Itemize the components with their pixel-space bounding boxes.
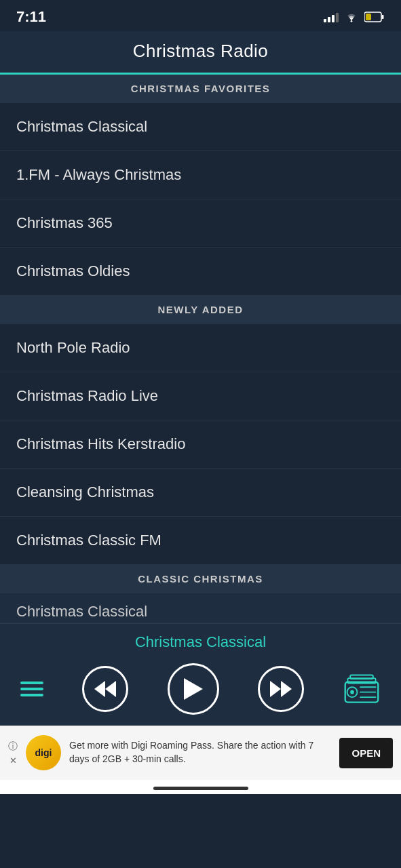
app-header: Christmas Radio — [0, 31, 401, 75]
home-bar — [153, 787, 248, 790]
status-time: 7:11 — [16, 8, 46, 26]
player-controls — [14, 660, 387, 717]
now-playing-bar: Christmas Classical — [0, 623, 401, 726]
status-bar: 7:11 — [0, 0, 401, 31]
svg-point-13 — [350, 690, 354, 694]
ad-info-icon[interactable]: ⓘ — [8, 741, 18, 753]
list-item-christmas-classic-fm[interactable]: Christmas Classic FM — [0, 517, 401, 565]
hamburger-line-3 — [20, 694, 43, 696]
section-header-newly-added: NEWLY ADDED — [0, 296, 401, 324]
ad-info-close[interactable]: ⓘ ✕ — [8, 741, 18, 766]
battery-icon — [364, 12, 385, 22]
ad-logo-text: digi — [35, 747, 52, 758]
hamburger-line-2 — [20, 688, 43, 690]
section-label-classic-christmas: CLASSIC CHRISTMAS — [138, 573, 263, 585]
rewind-button[interactable] — [82, 666, 128, 712]
ad-logo: digi — [26, 735, 61, 770]
section-header-classic-christmas: CLASSIC CHRISTMAS — [0, 565, 401, 593]
rewind-icon — [94, 681, 116, 697]
svg-rect-2 — [382, 15, 384, 19]
section-label-christmas-favorites: CHRISTMAS FAVORITES — [131, 83, 271, 94]
svg-marker-7 — [270, 681, 281, 697]
wifi-icon — [344, 12, 359, 22]
play-icon — [184, 678, 203, 700]
section-label-newly-added: NEWLY ADDED — [158, 304, 244, 315]
app-title: Christmas Radio — [133, 41, 269, 61]
list-item-north-pole-radio[interactable]: North Pole Radio — [0, 324, 401, 372]
svg-point-0 — [351, 20, 353, 22]
menu-button[interactable] — [20, 682, 43, 696]
svg-marker-6 — [184, 678, 203, 700]
svg-rect-11 — [350, 675, 373, 679]
ad-close-icon[interactable]: ✕ — [9, 755, 17, 766]
section-header-christmas-favorites: CHRISTMAS FAVORITES — [0, 75, 401, 103]
fastforward-icon — [270, 681, 292, 697]
svg-marker-8 — [281, 681, 292, 697]
play-button[interactable] — [168, 663, 219, 715]
now-playing-title: Christmas Classical — [14, 633, 387, 651]
home-indicator-bar — [0, 780, 401, 794]
svg-marker-4 — [105, 681, 116, 697]
list-item-partial[interactable]: Christmas Classical — [0, 593, 401, 623]
fastforward-button[interactable] — [258, 666, 304, 712]
radio-stations-icon[interactable] — [343, 670, 381, 708]
ad-open-button[interactable]: OPEN — [339, 738, 393, 768]
svg-rect-3 — [366, 14, 371, 20]
list-item-cleansing-christmas[interactable]: Cleansing Christmas — [0, 469, 401, 517]
svg-marker-5 — [94, 681, 105, 697]
status-icons — [324, 12, 385, 22]
signal-icon — [324, 12, 339, 22]
ad-text: Get more with Digi Roaming Pass. Share t… — [69, 739, 331, 766]
list-item-1fm-always-christmas[interactable]: 1.FM - Always Christmas — [0, 151, 401, 199]
list-item-christmas-radio-live[interactable]: Christmas Radio Live — [0, 372, 401, 420]
list-item-christmas-hits-kerstradio[interactable]: Christmas Hits Kerstradio — [0, 420, 401, 469]
list-item-christmas-365[interactable]: Christmas 365 — [0, 199, 401, 248]
list-item-christmas-oldies[interactable]: Christmas Oldies — [0, 248, 401, 296]
list-item-christmas-classical[interactable]: Christmas Classical — [0, 103, 401, 151]
ad-banner: ⓘ ✕ digi Get more with Digi Roaming Pass… — [0, 726, 401, 780]
hamburger-line-1 — [20, 682, 43, 684]
